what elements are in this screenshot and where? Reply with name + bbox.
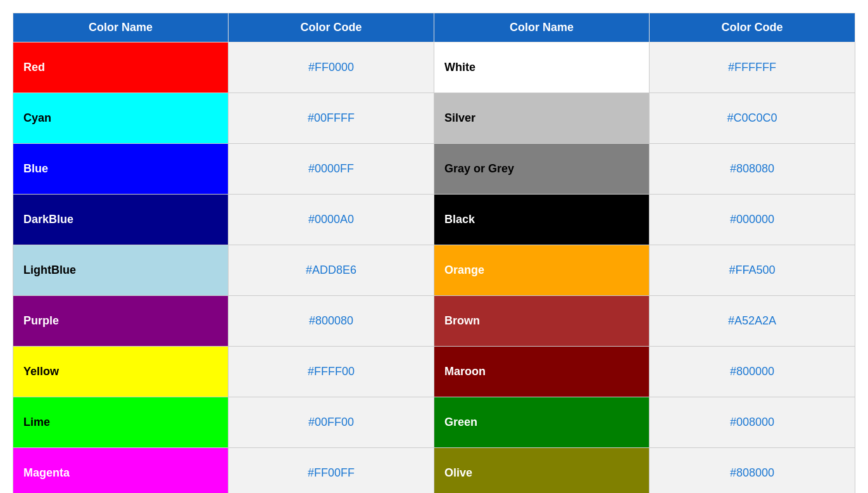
code-cell-right: #008000 (650, 397, 855, 448)
code-cell-left: #FFFF00 (229, 347, 434, 397)
table-row: LightBlue#ADD8E6Orange#FFA500 (13, 245, 855, 296)
code-cell-left: #0000A0 (229, 195, 434, 245)
color-cell-left: Magenta (13, 448, 229, 494)
table-header-row: Color Name Color Code Color Name Color C… (13, 13, 855, 42)
color-cell-left: Blue (13, 144, 229, 195)
color-cell-right: Maroon (434, 347, 650, 397)
code-cell-left: #800080 (229, 296, 434, 347)
table-row: Purple#800080Brown#A52A2A (13, 296, 855, 347)
code-cell-right: #FFA500 (650, 245, 855, 296)
table-row: Red#FF0000White#FFFFFF (13, 42, 855, 93)
code-cell-left: #FF00FF (229, 448, 434, 494)
code-cell-right: #808000 (650, 448, 855, 494)
color-cell-left: Cyan (13, 93, 229, 144)
code-cell-left: #00FF00 (229, 397, 434, 448)
code-cell-right: #FFFFFF (650, 42, 855, 93)
header-color-name-right: Color Name (434, 13, 650, 42)
code-cell-left: #0000FF (229, 144, 434, 195)
color-cell-right: Orange (434, 245, 650, 296)
header-color-name-left: Color Name (13, 13, 229, 42)
color-cell-right: Green (434, 397, 650, 448)
table-row: Cyan#00FFFFSilver#C0C0C0 (13, 93, 855, 144)
color-cell-right: Olive (434, 448, 650, 494)
color-cell-right: Gray or Grey (434, 144, 650, 195)
code-cell-left: #ADD8E6 (229, 245, 434, 296)
color-cell-right: Black (434, 195, 650, 245)
color-cell-right: Silver (434, 93, 650, 144)
color-cell-left: Purple (13, 296, 229, 347)
color-cell-left: Lime (13, 397, 229, 448)
header-color-code-left: Color Code (229, 13, 434, 42)
code-cell-left: #00FFFF (229, 93, 434, 144)
color-cell-left: DarkBlue (13, 195, 229, 245)
header-color-code-right: Color Code (650, 13, 855, 42)
code-cell-right: #808080 (650, 144, 855, 195)
color-table: Color Name Color Code Color Name Color C… (13, 13, 855, 493)
code-cell-right: #A52A2A (650, 296, 855, 347)
table-row: Yellow#FFFF00Maroon#800000 (13, 347, 855, 397)
table-row: Magenta#FF00FFOlive#808000 (13, 448, 855, 494)
color-cell-left: Yellow (13, 347, 229, 397)
color-cell-left: LightBlue (13, 245, 229, 296)
table-row: Lime#00FF00Green#008000 (13, 397, 855, 448)
color-cell-right: White (434, 42, 650, 93)
color-cell-right: Brown (434, 296, 650, 347)
code-cell-right: #C0C0C0 (650, 93, 855, 144)
code-cell-left: #FF0000 (229, 42, 434, 93)
code-cell-right: #000000 (650, 195, 855, 245)
color-cell-left: Red (13, 42, 229, 93)
table-row: DarkBlue#0000A0Black#000000 (13, 195, 855, 245)
table-row: Blue#0000FFGray or Grey#808080 (13, 144, 855, 195)
code-cell-right: #800000 (650, 347, 855, 397)
